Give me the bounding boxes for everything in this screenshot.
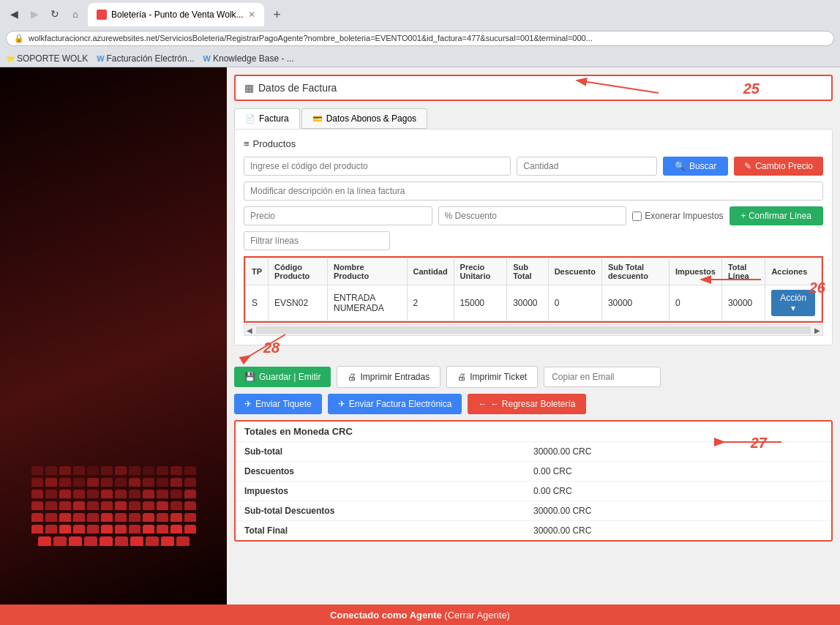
enviar-tiquete-button[interactable]: ✈ Enviar Tiquete bbox=[234, 394, 322, 414]
refresh-button[interactable]: ↻ bbox=[45, 4, 64, 23]
back-button[interactable]: ◀ bbox=[4, 4, 23, 23]
subtotal-desc-value: 30000.00 CRC bbox=[533, 506, 822, 516]
tab-title: Boletería - Punto de Venta Wolk... bbox=[111, 10, 244, 20]
total-subtotal-desc-row: Sub-total Descuentos 30000.00 CRC bbox=[236, 501, 831, 521]
enviar-tiquete-label: Enviar Tiquete bbox=[255, 399, 312, 409]
cerrar-agente-link[interactable]: (Cerrar Agente) bbox=[444, 610, 510, 621]
action-buttons-row2: ✈ Enviar Tiquete ✈ Enviar Factura Electr… bbox=[227, 388, 840, 420]
content-area: 25 26 ▦ Datos de Factura 📄 Factura bbox=[227, 67, 840, 605]
bookmark-knowledge[interactable]: W Knowledge Base - ... bbox=[203, 53, 294, 64]
totals-section: Totales en Moneda CRC Sub-total 30000.00… bbox=[234, 420, 833, 542]
total-final-label: Total Final bbox=[244, 525, 533, 536]
col-impuestos: Impuestos bbox=[669, 258, 721, 285]
descuentos-value: 0.00 CRC bbox=[533, 466, 822, 476]
cambio-precio-button[interactable]: ✎ Cambio Precio bbox=[734, 157, 823, 176]
facturacion-icon: W bbox=[97, 54, 104, 63]
confirmar-linea-button[interactable]: + Confirmar Línea bbox=[730, 206, 823, 225]
col-subtotal: Sub Total bbox=[507, 258, 548, 285]
email-input[interactable] bbox=[544, 367, 661, 387]
cell-precio: 15000 bbox=[454, 285, 507, 321]
scroll-right-button[interactable]: ▶ bbox=[812, 326, 822, 334]
facturacion-label: Facturación Electrón... bbox=[107, 53, 195, 64]
confirmar-label: + Confirmar Línea bbox=[741, 211, 811, 221]
col-descuento: Descuento bbox=[548, 258, 601, 285]
knowledge-icon: W bbox=[203, 54, 211, 63]
descuentos-label: Descuentos bbox=[244, 466, 533, 476]
subtotal-value: 30000.00 CRC bbox=[533, 446, 822, 457]
imprimir-ticket-button[interactable]: 🖨 Imprimir Ticket bbox=[446, 366, 538, 388]
tab-favicon bbox=[97, 10, 107, 20]
quantity-input[interactable] bbox=[517, 157, 657, 176]
buscar-label: Buscar bbox=[689, 161, 716, 171]
guardar-label: Guardar | Emitir bbox=[259, 372, 320, 382]
exonerar-group: Exonerar Impuestos bbox=[632, 211, 723, 221]
scroll-track[interactable] bbox=[256, 326, 811, 334]
cell-nombre: ENTRADA NUMERADA bbox=[327, 285, 407, 321]
total-descuentos-row: Descuentos 0.00 CRC bbox=[236, 462, 831, 482]
bookmark-soporte[interactable]: ⭐ SOPORTE WOLK bbox=[6, 53, 88, 64]
tab-close-icon[interactable]: ✕ bbox=[248, 10, 255, 20]
total-final-row: Total Final 30000.00 CRC bbox=[236, 521, 831, 540]
product-code-input[interactable] bbox=[244, 157, 511, 176]
soporte-icon: ⭐ bbox=[6, 54, 15, 62]
status-text: Conectado como Agente bbox=[330, 610, 442, 621]
cell-descuento: 0 bbox=[548, 285, 601, 321]
new-tab-button[interactable]: + bbox=[267, 4, 288, 25]
buscar-button[interactable]: 🔍 Buscar bbox=[663, 157, 728, 176]
tab-abonos[interactable]: 💳 Datos Abonos & Pagos bbox=[301, 108, 427, 129]
factura-tab-label: Factura bbox=[259, 113, 289, 124]
forward-button[interactable]: ▶ bbox=[25, 4, 44, 23]
enviar-factura-label: Enviar Factura Electrónica bbox=[349, 399, 452, 409]
send-tiquete-icon: ✈ bbox=[244, 399, 252, 409]
imprimir-entradas-label: Imprimir Entradas bbox=[360, 372, 430, 382]
tab-row: 📄 Factura 💳 Datos Abonos & Pagos bbox=[234, 108, 833, 129]
scroll-left-button[interactable]: ◀ bbox=[244, 326, 255, 334]
price-input[interactable] bbox=[244, 206, 432, 225]
exonerar-checkbox[interactable] bbox=[632, 212, 642, 221]
accion-button[interactable]: Acción ▾ bbox=[771, 290, 815, 316]
totals-title: Totales en Moneda CRC bbox=[236, 422, 831, 442]
description-input[interactable] bbox=[244, 181, 823, 201]
products-title: ≡ Productos bbox=[244, 138, 823, 149]
address-bar[interactable]: 🔒 wolkfacturacioncr.azurewebsites.net/Se… bbox=[6, 31, 834, 46]
cell-codigo: EVSN02 bbox=[269, 285, 328, 321]
col-total-linea: Total Línea bbox=[721, 258, 765, 285]
total-final-value: 30000.00 CRC bbox=[533, 525, 822, 536]
print-entradas-icon: 🖨 bbox=[348, 372, 356, 382]
home-button[interactable]: ⌂ bbox=[66, 4, 85, 23]
browser-tab[interactable]: Boletería - Punto de Venta Wolk... ✕ bbox=[88, 3, 264, 26]
print-ticket-icon: 🖨 bbox=[457, 372, 466, 382]
products-table: TP Código Producto Nombre Producto Canti… bbox=[245, 258, 822, 321]
products-label: Productos bbox=[253, 138, 296, 149]
table-scrollbar[interactable]: ◀ ▶ bbox=[244, 324, 823, 336]
col-acciones: Acciones bbox=[765, 258, 822, 285]
back-arrow-icon: ← bbox=[478, 399, 487, 409]
cell-cantidad: 2 bbox=[407, 285, 454, 321]
cell-accion: Acción ▾ bbox=[765, 285, 822, 321]
total-subtotal-row: Sub-total 30000.00 CRC bbox=[236, 442, 831, 462]
enviar-factura-button[interactable]: ✈ Enviar Factura Electrónica bbox=[328, 394, 462, 414]
col-precio: Precio Unitario bbox=[454, 258, 507, 285]
datos-factura-label: Datos de Factura bbox=[258, 82, 337, 94]
filter-input[interactable] bbox=[244, 231, 390, 250]
imprimir-ticket-label: Imprimir Ticket bbox=[470, 372, 527, 382]
factura-tab-icon: 📄 bbox=[245, 114, 255, 124]
theater-background bbox=[0, 67, 227, 605]
soporte-label: SOPORTE WOLK bbox=[17, 53, 88, 64]
save-icon: 💾 bbox=[244, 372, 255, 382]
col-codigo: Código Producto bbox=[269, 258, 328, 285]
datos-factura-title: ▦ Datos de Factura bbox=[244, 82, 822, 94]
guardar-emitir-button[interactable]: 💾 Guardar | Emitir bbox=[234, 367, 331, 387]
regresar-button[interactable]: ← ← Regresar Boletería bbox=[468, 394, 585, 414]
bookmark-facturacion[interactable]: W Facturación Electrón... bbox=[97, 53, 194, 64]
edit-icon: ✎ bbox=[744, 161, 751, 171]
products-section: ≡ Productos 🔍 Buscar ✎ Cambio Precio bbox=[234, 129, 833, 345]
total-impuestos-row: Impuestos 0.00 CRC bbox=[236, 482, 831, 501]
imprimir-entradas-button[interactable]: 🖨 Imprimir Entradas bbox=[337, 366, 440, 388]
cambio-label: Cambio Precio bbox=[755, 161, 813, 171]
tab-factura[interactable]: 📄 Factura bbox=[234, 108, 300, 129]
exonerar-label: Exonerar Impuestos bbox=[645, 211, 723, 221]
datos-factura-section: ▦ Datos de Factura bbox=[234, 75, 833, 101]
search-icon: 🔍 bbox=[675, 161, 686, 171]
discount-input[interactable] bbox=[438, 206, 627, 225]
